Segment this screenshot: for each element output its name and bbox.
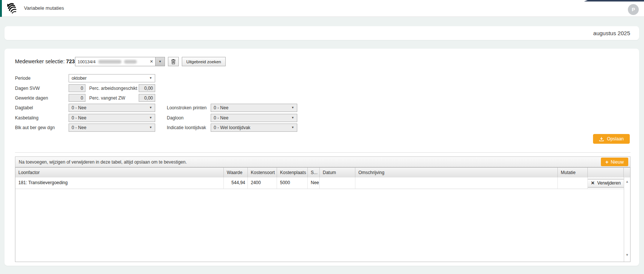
table-notice-text: Na toevoegen, wijzigen of verwijderen in…: [19, 159, 187, 165]
main-panel: Medewerker selectie: 723 100134/4 ✕ ▼ Ui…: [4, 49, 639, 266]
delete-employee-button[interactable]: [168, 57, 179, 66]
section-divider: [15, 152, 631, 153]
loonstroken-printen-label: Loonstroken printen: [167, 104, 207, 112]
zebra-logo-icon: [5, 1, 18, 15]
employee-selection-label: Medewerker selectie: 723: [15, 57, 75, 66]
chevron-down-icon: ▼: [291, 126, 294, 129]
extended-search-button[interactable]: Uitgebreid zoeken: [182, 57, 226, 66]
new-row-button[interactable]: + Nieuw: [601, 158, 628, 166]
indicatie-loontijdvak-select[interactable]: 0 - Wel loontijdvak ▼: [211, 124, 297, 132]
column-header-scroll-spacer: [624, 168, 630, 177]
dagloon-label: Dagloon: [167, 114, 184, 122]
table-header-row: Loonfactor Waarde Kostensoort Kostenplaa…: [15, 167, 631, 178]
column-header-datum: Datum: [320, 168, 355, 177]
chevron-down-icon: ▼: [159, 60, 162, 63]
cell-waarde: 544,94: [224, 177, 248, 189]
cell-s: Nee: [308, 177, 320, 189]
chevron-down-icon: ▼: [149, 106, 152, 109]
app-window: Variabele mutaties P augustus 2025 Medew…: [0, 0, 644, 274]
trash-icon: [171, 59, 176, 64]
redacted-employee-name: [98, 60, 121, 64]
gewerkte-dagen-input[interactable]: 0: [69, 94, 85, 102]
column-header-actions: [588, 168, 624, 177]
perc-vangnet-zw-input[interactable]: 0,00: [139, 94, 155, 102]
blk-aut-ber-gew-dgn-select[interactable]: 0 - Nee ▼: [69, 124, 155, 132]
periode-label: Periode: [15, 74, 30, 82]
table-rows-container: 181: Transitievergoeding 544,94 2400 500…: [15, 177, 624, 262]
column-header-kostenplaats: Kostenplaats: [277, 168, 308, 177]
page-title: Variabele mutaties: [24, 0, 64, 16]
save-button[interactable]: Opslaan: [593, 134, 630, 144]
table-row[interactable]: 181: Transitievergoeding 544,94 2400 500…: [15, 177, 624, 189]
clear-selection-icon[interactable]: ✕: [148, 57, 155, 66]
current-period-label: augustus 2025: [593, 30, 630, 36]
redacted-employee-name: [124, 60, 137, 64]
dagen-svw-label: Dagen SVW: [15, 84, 40, 92]
column-header-loonfactor: Loonfactor: [15, 168, 224, 177]
column-header-waarde: Waarde: [224, 168, 248, 177]
top-bar: Variabele mutaties P: [0, 0, 644, 17]
cell-datum: [320, 177, 355, 189]
periode-select[interactable]: oktober ▼: [69, 74, 155, 82]
kasbetaling-label: Kasbetaling: [15, 114, 39, 122]
table-body: 181: Transitievergoeding 544,94 2400 500…: [15, 177, 631, 262]
cell-kostenplaats: 5000: [277, 177, 308, 189]
chevron-down-icon: ▼: [291, 106, 294, 109]
column-header-kostensoort: Kostensoort: [248, 168, 277, 177]
employee-dropdown-button[interactable]: ▼: [155, 57, 165, 66]
chevron-down-icon: ▼: [149, 116, 152, 119]
delete-x-icon: ✕: [591, 181, 595, 185]
table-notice-bar: Na toevoegen, wijzigen of verwijderen in…: [15, 156, 631, 167]
cell-actions: ✕ Verwijderen: [588, 177, 624, 189]
kasbetaling-select[interactable]: 0 - Nee ▼: [69, 114, 155, 122]
window-corner-decoration: [584, 0, 644, 1]
employee-count: 723: [66, 58, 75, 64]
brand-accent-strip: [0, 0, 2, 17]
cell-mutatie: [558, 177, 588, 189]
table-scrollbar[interactable]: ▲ ▼: [624, 177, 630, 262]
scroll-up-icon[interactable]: ▲: [626, 180, 629, 183]
loonstroken-printen-select[interactable]: 0 - Nee ▼: [211, 104, 297, 112]
dagtabel-select[interactable]: 0 - Nee ▼: [69, 104, 155, 112]
cell-kostensoort: 2400: [248, 177, 277, 189]
perc-arbeidsongeschikt-label: Perc. arbeidsongeschikt: [89, 84, 137, 92]
cell-omschrijving: [355, 177, 558, 189]
employee-combobox[interactable]: 100134/4 ✕ ▼: [75, 57, 165, 66]
dagen-svw-input[interactable]: 0: [69, 84, 85, 92]
chevron-down-icon: ▼: [149, 126, 152, 129]
dagtabel-label: Dagtabel: [15, 104, 33, 112]
perc-vangnet-zw-label: Perc. vangnet ZW: [89, 94, 125, 102]
column-header-omschrijving: Omschrijving: [355, 168, 558, 177]
user-avatar[interactable]: P: [628, 4, 639, 15]
plus-icon: +: [605, 159, 608, 165]
perc-arbeidsongeschikt-input[interactable]: 0,00: [139, 84, 155, 92]
dagloon-select[interactable]: 0 - Nee ▼: [211, 114, 297, 122]
scroll-down-icon[interactable]: ▼: [626, 253, 629, 257]
blk-aut-ber-gew-dgn-label: Blk aut ber gew dgn: [15, 124, 55, 132]
employee-combobox-value[interactable]: 100134/4: [75, 57, 148, 66]
delete-row-button[interactable]: ✕ Verwijderen: [588, 179, 624, 188]
column-header-mutatie: Mutatie: [558, 168, 588, 177]
chevron-down-icon: ▼: [149, 77, 152, 80]
indicatie-loontijdvak-label: Indicatie loontijdvak: [167, 124, 206, 132]
chevron-down-icon: ▼: [291, 116, 294, 119]
save-icon: [599, 137, 604, 141]
period-bar: augustus 2025: [4, 26, 639, 40]
gewerkte-dagen-label: Gewerkte dagen: [15, 94, 48, 102]
cell-loonfactor: 181: Transitievergoeding: [15, 177, 224, 189]
column-header-s: S...: [308, 168, 320, 177]
